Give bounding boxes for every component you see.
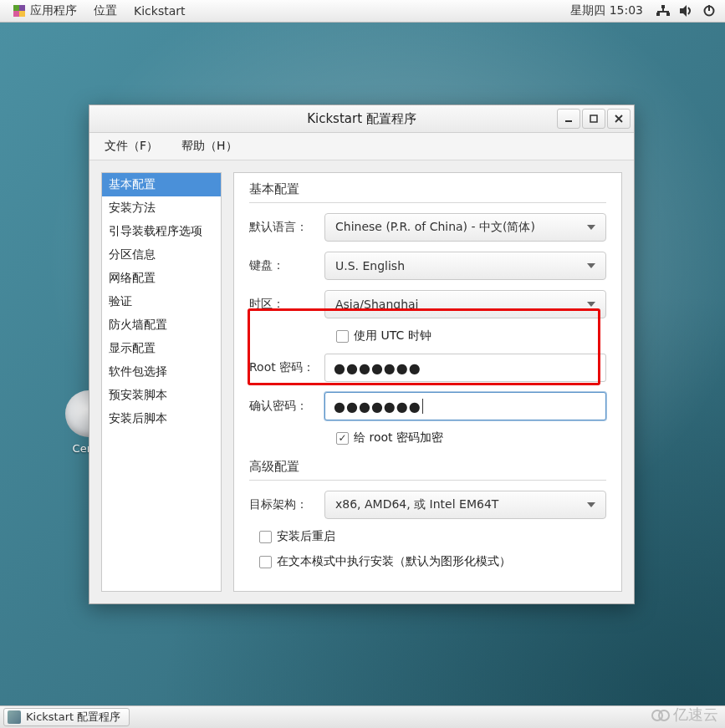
encrypt-checkbox[interactable] [336,432,349,445]
watermark-icon [651,709,670,720]
svg-rect-4 [657,11,669,13]
system-tray: 星期四 15:03 [562,3,720,18]
maximize-button[interactable] [582,109,605,129]
applications-label: 应用程序 [30,3,77,18]
volume-icon[interactable] [675,5,698,17]
sidebar-item-postinstall[interactable]: 安装后脚本 [102,407,221,430]
svg-rect-7 [708,5,710,11]
arch-value: x86, AMD64, 或 Intel EM64T [335,497,498,512]
window-controls [557,109,631,129]
rootpw-value: ●●●●●●● [334,360,421,376]
applications-menu[interactable]: 应用程序 [5,0,85,23]
sidebar-item-bootloader[interactable]: 引导装载程序选项 [102,220,221,243]
svg-rect-9 [590,115,597,122]
active-app-menu[interactable]: Kickstart [125,0,193,23]
sidebar-item-auth[interactable]: 验证 [102,290,221,313]
root-password-input[interactable]: ●●●●●●● [324,354,606,382]
advanced-section-title: 高级配置 [249,456,606,481]
arch-label: 目标架构： [249,497,324,512]
timezone-select[interactable]: Asia/Shanghai [324,290,606,318]
sidebar-item-preinstall[interactable]: 预安装脚本 [102,384,221,407]
rootpw-label: Root 密码： [249,360,324,375]
language-value: Chinese (P.R. of China) - 中文(简体) [335,220,535,235]
places-label: 位置 [94,3,117,18]
titlebar[interactable]: Kickstart 配置程序 [89,105,634,133]
sidebar-item-packages[interactable]: 软件包选择 [102,360,221,384]
confirm-value: ●●●●●●● [334,399,421,415]
window-title: Kickstart 配置程序 [307,111,416,127]
textmode-checkbox[interactable] [259,556,272,568]
utc-checkbox[interactable] [336,330,349,343]
apps-icon [13,5,25,17]
menu-file[interactable]: 文件（F） [98,135,165,157]
places-menu[interactable]: 位置 [85,0,125,23]
sidebar-item-firewall[interactable]: 防火墙配置 [102,313,221,337]
sidebar: 基本配置 安装方法 引导装载程序选项 分区信息 网络配置 验证 防火墙配置 显示… [101,172,222,592]
watermark: 亿速云 [651,705,718,725]
utc-label: 使用 UTC 时钟 [354,328,431,344]
taskbar-button-kickstart[interactable]: Kickstart 配置程序 [3,708,130,726]
network-icon[interactable] [651,5,675,17]
power-icon[interactable] [698,5,720,17]
task-icon [8,710,21,724]
active-app-label: Kickstart [134,4,185,18]
confirm-password-input[interactable]: ●●●●●●● [324,392,606,420]
keyboard-select[interactable]: U.S. English [324,252,606,280]
kickstart-window: Kickstart 配置程序 文件（F） 帮助（H） 基本配置 安装方法 [89,104,635,604]
svg-rect-8 [565,120,572,122]
confirm-pw-label: 确认密码： [249,399,324,414]
timezone-label: 时区： [249,297,324,312]
timezone-value: Asia/Shanghai [335,298,419,311]
reboot-label: 安装后重启 [277,529,335,544]
sidebar-item-network[interactable]: 网络配置 [102,267,221,290]
reboot-checkbox[interactable] [259,531,272,543]
clock[interactable]: 星期四 15:03 [562,3,651,18]
desktop[interactable]: Cent... Kickstart 配置程序 文件（F） 帮助（H） [0,23,725,705]
encrypt-label: 给 root 密码加密 [354,430,443,445]
svg-rect-1 [656,13,660,16]
sidebar-item-install-method[interactable]: 安装方法 [102,196,221,220]
svg-rect-0 [661,5,665,8]
text-caret [422,399,423,414]
language-select[interactable]: Chinese (P.R. of China) - 中文(简体) [324,213,606,242]
lang-label: 默认语言： [249,220,324,235]
textmode-label: 在文本模式中执行安装（默认为图形化模式） [277,554,511,569]
menubar: 文件（F） 帮助（H） [89,133,634,160]
keyboard-value: U.S. English [335,259,405,272]
svg-rect-2 [666,13,670,16]
top-panel: 应用程序 位置 Kickstart 星期四 15:03 [0,0,725,23]
minimize-button[interactable] [557,109,580,129]
basic-section-title: 基本配置 [249,178,606,203]
main-panel: 基本配置 默认语言： Chinese (P.R. of China) - 中文(… [233,172,622,592]
watermark-text: 亿速云 [673,705,718,725]
svg-marker-5 [680,5,687,17]
sidebar-item-partition[interactable]: 分区信息 [102,243,221,267]
close-button[interactable] [607,109,631,129]
menu-help[interactable]: 帮助（H） [175,135,244,157]
keyboard-label: 键盘： [249,258,324,273]
sidebar-item-display[interactable]: 显示配置 [102,337,221,360]
task-label: Kickstart 配置程序 [26,710,120,725]
bottom-panel: Kickstart 配置程序 [0,705,725,728]
arch-select[interactable]: x86, AMD64, 或 Intel EM64T [324,491,606,519]
sidebar-item-basic[interactable]: 基本配置 [102,173,221,196]
